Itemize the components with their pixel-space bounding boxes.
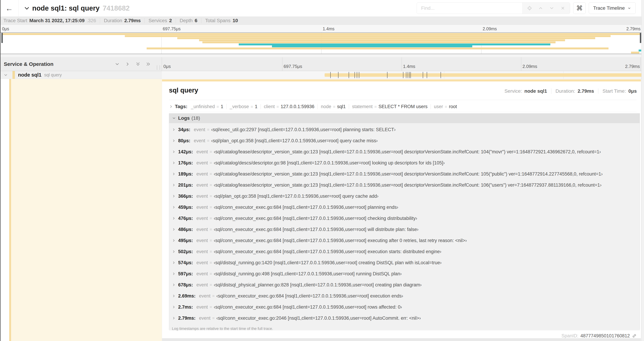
expand-one-icon[interactable] [125, 62, 130, 67]
chevron-right-icon[interactable] [172, 305, 176, 309]
tag-pill[interactable]: user=root [434, 104, 457, 109]
span-row-name-cell[interactable]: node sql1 sql query [0, 71, 162, 79]
log-marker-tick[interactable] [408, 72, 408, 78]
chevron-right-icon[interactable] [172, 161, 176, 165]
log-equals: = [210, 172, 212, 176]
tag-pill[interactable]: _verbose=1 [230, 104, 258, 109]
log-marker-tick[interactable] [423, 72, 423, 78]
log-entry-row[interactable]: 189μs:event=‹sql/catalog/lease/descripto… [169, 168, 640, 180]
locate-icon[interactable] [527, 6, 532, 11]
chevron-right-icon[interactable] [172, 172, 176, 176]
log-timestamp: 142μs: [178, 149, 193, 155]
start-time-label: Start Time: [602, 88, 626, 94]
log-marker-tick[interactable] [403, 72, 403, 78]
tag-pill[interactable]: _unfinished=1 [191, 104, 223, 109]
log-entry-row[interactable]: 366μs:event=‹sql/plan_opt.go:358 [nsql1,… [169, 191, 640, 202]
span-row[interactable]: node sql1 sql query [0, 71, 644, 79]
tags-accordion[interactable]: Tags: _unfinished=1_verbose=1client=127.… [169, 101, 637, 112]
log-entry-row[interactable]: 80μs:event=‹sql/plan_opt.go:358 [nsql1,c… [169, 135, 640, 146]
chevron-right-icon[interactable] [169, 105, 173, 109]
log-marker-tick[interactable] [387, 72, 388, 78]
log-entry-row[interactable]: 142μs:event=‹sql/catalog/lease/descripto… [169, 146, 640, 157]
back-button[interactable]: ← [0, 0, 18, 17]
link-icon[interactable] [632, 333, 637, 338]
log-timestamp: 80μs: [178, 138, 190, 143]
log-entry-row[interactable]: 574μs:event=‹sql/distsql_running.go:1420… [169, 257, 640, 268]
trace-minimap[interactable] [0, 33, 644, 54]
log-entry-row[interactable]: 2.7ms:event=‹sql/conn_executor_exec.go:6… [169, 301, 640, 312]
log-entry-row[interactable]: 201μs:event=‹sql/catalog/lease/descripto… [169, 180, 640, 191]
chevron-right-icon[interactable] [172, 150, 176, 154]
minimap-left-drag-handle[interactable] [2, 33, 3, 43]
log-entry-row[interactable]: 2.79ms:event=‹sql/conn_executor_exec.go:… [169, 312, 640, 324]
top-bar-controls: ⌘ Trace Timeline [417, 3, 636, 14]
chevron-right-icon[interactable] [172, 139, 176, 143]
tag-pill[interactable]: client=127.0.0.1:59936 [264, 104, 314, 109]
collapse-one-icon[interactable] [114, 62, 120, 67]
chevron-right-icon[interactable] [172, 128, 176, 132]
log-marker-tick[interactable] [359, 72, 359, 78]
log-equals: = [210, 227, 212, 232]
log-marker-tick[interactable] [440, 72, 441, 78]
span-duration-bar[interactable] [324, 73, 644, 77]
divider [144, 18, 145, 23]
tag-key: statement [352, 104, 373, 109]
summary-value: 10 [232, 18, 238, 23]
log-marker-tick[interactable] [427, 72, 427, 78]
clear-search-icon[interactable] [560, 6, 566, 11]
chevron-right-icon[interactable] [172, 216, 176, 220]
chevron-down-icon[interactable] [24, 5, 30, 11]
find-input[interactable] [417, 3, 522, 14]
log-entry-row[interactable]: 597μs:event=‹sql/distsql_running.go:498 … [169, 268, 640, 279]
chevron-down-icon[interactable] [549, 6, 554, 11]
log-marker-tick[interactable] [330, 72, 331, 78]
chevron-right-icon[interactable] [172, 205, 176, 209]
tag-pill[interactable]: statement=SELECT * FROM users [352, 104, 428, 109]
log-entry-row[interactable]: 495μs:event=‹sql/conn_executor_exec.go:6… [169, 235, 640, 246]
log-marker-tick[interactable] [357, 72, 357, 78]
chevron-down-icon[interactable] [172, 116, 176, 120]
chevron-right-icon[interactable] [172, 261, 176, 265]
logs-header[interactable]: Logs (18) [169, 114, 640, 123]
expand-all-icon[interactable] [146, 62, 151, 67]
minimap-canvas[interactable] [2, 33, 641, 54]
minimap-right-drag-handle[interactable] [640, 33, 641, 43]
chevron-right-icon[interactable] [172, 227, 176, 231]
log-timestamp: 486μs: [178, 227, 193, 232]
collapse-all-icon[interactable] [136, 62, 140, 67]
log-marker-tick[interactable] [338, 72, 338, 78]
log-entry-row[interactable]: 678μs:event=‹sql/distsql_physical_planne… [169, 279, 640, 290]
timeline-tick-label: 0μs [164, 64, 171, 69]
log-marker-tick[interactable] [406, 72, 406, 78]
log-marker-tick[interactable] [409, 72, 410, 78]
log-entry-row[interactable]: 34μs:event=‹sql/exec_util.go:2297 [nsql1… [169, 124, 640, 135]
chevron-down-icon[interactable] [4, 73, 8, 77]
chevron-right-icon[interactable] [172, 194, 176, 198]
log-entry-row[interactable]: 486μs:event=‹sql/conn_executor_exec.go:6… [169, 224, 640, 235]
chevron-right-icon[interactable] [172, 183, 176, 187]
chevron-up-icon[interactable] [538, 6, 543, 11]
chevron-right-icon[interactable] [172, 283, 176, 287]
vertical-scrollbar[interactable] [642, 0, 644, 341]
log-equals: = [210, 183, 212, 187]
tag-key: _unfinished [191, 104, 215, 109]
log-entry-row[interactable]: 2.69ms:event=‹sql/conn_executor_exec.go:… [169, 290, 640, 301]
chevron-right-icon[interactable] [172, 316, 176, 320]
log-entry-row[interactable]: 502μs:event=‹sql/conn_executor_exec.go:6… [169, 246, 640, 257]
log-marker-tick[interactable] [410, 72, 411, 78]
keyboard-shortcuts-button[interactable]: ⌘ [573, 3, 586, 14]
log-entry-row[interactable]: 176μs:event=‹sql/catalog/descs/descripto… [169, 157, 640, 168]
trace-title: node sql1: sql query [32, 4, 100, 12]
column-resizer-handle[interactable] [157, 65, 160, 70]
log-marker-tick[interactable] [349, 72, 349, 78]
span-row-track[interactable] [162, 71, 641, 79]
chevron-right-icon[interactable] [172, 294, 176, 298]
log-entry-row[interactable]: 476μs:event=‹sql/conn_executor_exec.go:6… [169, 213, 640, 224]
chevron-right-icon[interactable] [172, 272, 176, 276]
view-selector-button[interactable]: Trace Timeline [589, 3, 636, 14]
log-entry-row[interactable]: 459μs:event=‹sql/conn_executor_exec.go:6… [169, 202, 640, 213]
log-marker-tick[interactable] [354, 72, 355, 78]
tag-pill[interactable]: node=sql1 [321, 104, 346, 109]
chevron-right-icon[interactable] [172, 239, 176, 242]
chevron-right-icon[interactable] [172, 250, 176, 253]
